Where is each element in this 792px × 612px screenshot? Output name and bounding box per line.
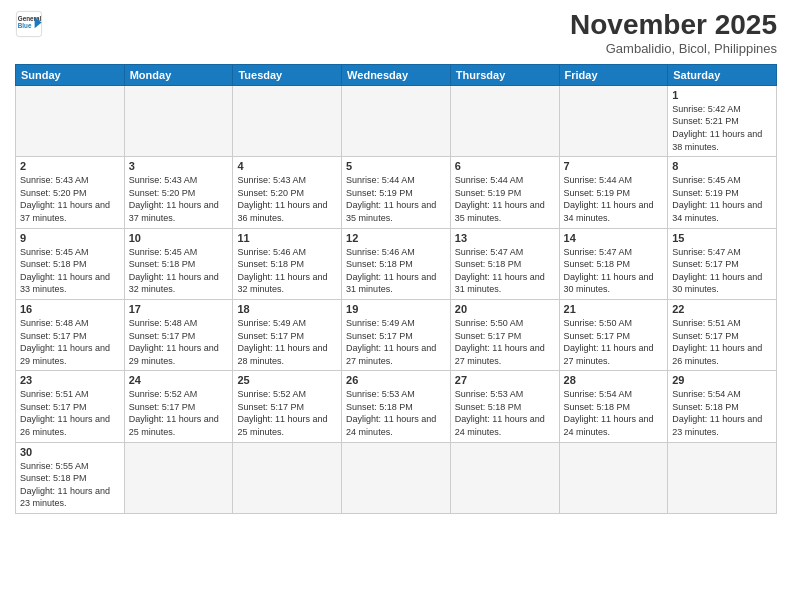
table-row: 11Sunrise: 5:46 AMSunset: 5:18 PMDayligh… [233,228,342,299]
daylight-text: Daylight: 11 hours and 29 minutes. [129,343,219,366]
table-row: 2Sunrise: 5:43 AMSunset: 5:20 PMDaylight… [16,157,125,228]
day-number: 19 [346,303,446,315]
sunset-text: Sunset: 5:17 PM [672,259,739,269]
daylight-text: Daylight: 11 hours and 26 minutes. [672,343,762,366]
table-row [233,442,342,513]
table-row: 19Sunrise: 5:49 AMSunset: 5:17 PMDayligh… [342,299,451,370]
sunset-text: Sunset: 5:18 PM [129,259,196,269]
daylight-text: Daylight: 11 hours and 34 minutes. [564,200,654,223]
table-row: 25Sunrise: 5:52 AMSunset: 5:17 PMDayligh… [233,371,342,442]
sunset-text: Sunset: 5:19 PM [346,188,413,198]
day-number: 4 [237,160,337,172]
sunset-text: Sunset: 5:18 PM [346,259,413,269]
sunset-text: Sunset: 5:18 PM [564,402,631,412]
day-info: Sunrise: 5:54 AMSunset: 5:18 PMDaylight:… [564,388,664,438]
daylight-text: Daylight: 11 hours and 29 minutes. [20,343,110,366]
daylight-text: Daylight: 11 hours and 23 minutes. [20,486,110,509]
day-number: 13 [455,232,555,244]
sunrise-text: Sunrise: 5:50 AM [564,318,633,328]
day-info: Sunrise: 5:45 AMSunset: 5:18 PMDaylight:… [129,246,229,296]
day-info: Sunrise: 5:43 AMSunset: 5:20 PMDaylight:… [20,174,120,224]
day-number: 29 [672,374,772,386]
table-row [559,442,668,513]
sunset-text: Sunset: 5:21 PM [672,116,739,126]
table-row: 24Sunrise: 5:52 AMSunset: 5:17 PMDayligh… [124,371,233,442]
sunset-text: Sunset: 5:17 PM [20,331,87,341]
calendar-week-row: 1Sunrise: 5:42 AMSunset: 5:21 PMDaylight… [16,85,777,156]
daylight-text: Daylight: 11 hours and 35 minutes. [455,200,545,223]
table-row: 4Sunrise: 5:43 AMSunset: 5:20 PMDaylight… [233,157,342,228]
table-row: 9Sunrise: 5:45 AMSunset: 5:18 PMDaylight… [16,228,125,299]
header: General Blue November 2025 Gambalidio, B… [15,10,777,56]
day-number: 23 [20,374,120,386]
daylight-text: Daylight: 11 hours and 31 minutes. [455,272,545,295]
table-row: 10Sunrise: 5:45 AMSunset: 5:18 PMDayligh… [124,228,233,299]
day-info: Sunrise: 5:55 AMSunset: 5:18 PMDaylight:… [20,460,120,510]
header-sunday: Sunday [16,64,125,85]
table-row: 1Sunrise: 5:42 AMSunset: 5:21 PMDaylight… [668,85,777,156]
calendar-week-row: 16Sunrise: 5:48 AMSunset: 5:17 PMDayligh… [16,299,777,370]
sunrise-text: Sunrise: 5:49 AM [237,318,306,328]
table-row: 16Sunrise: 5:48 AMSunset: 5:17 PMDayligh… [16,299,125,370]
day-number: 22 [672,303,772,315]
daylight-text: Daylight: 11 hours and 24 minutes. [564,414,654,437]
day-number: 26 [346,374,446,386]
sunrise-text: Sunrise: 5:44 AM [455,175,524,185]
sunrise-text: Sunrise: 5:43 AM [237,175,306,185]
header-thursday: Thursday [450,64,559,85]
day-number: 30 [20,446,120,458]
sunrise-text: Sunrise: 5:48 AM [20,318,89,328]
calendar-week-row: 9Sunrise: 5:45 AMSunset: 5:18 PMDaylight… [16,228,777,299]
sunrise-text: Sunrise: 5:51 AM [672,318,741,328]
daylight-text: Daylight: 11 hours and 37 minutes. [20,200,110,223]
header-saturday: Saturday [668,64,777,85]
sunset-text: Sunset: 5:17 PM [129,402,196,412]
calendar-week-row: 30Sunrise: 5:55 AMSunset: 5:18 PMDayligh… [16,442,777,513]
day-info: Sunrise: 5:53 AMSunset: 5:18 PMDaylight:… [346,388,446,438]
day-number: 1 [672,89,772,101]
sunrise-text: Sunrise: 5:46 AM [237,247,306,257]
sunset-text: Sunset: 5:20 PM [129,188,196,198]
sunset-text: Sunset: 5:18 PM [237,259,304,269]
svg-text:Blue: Blue [18,22,32,29]
table-row: 26Sunrise: 5:53 AMSunset: 5:18 PMDayligh… [342,371,451,442]
daylight-text: Daylight: 11 hours and 23 minutes. [672,414,762,437]
day-info: Sunrise: 5:49 AMSunset: 5:17 PMDaylight:… [346,317,446,367]
day-info: Sunrise: 5:46 AMSunset: 5:18 PMDaylight:… [237,246,337,296]
daylight-text: Daylight: 11 hours and 34 minutes. [672,200,762,223]
table-row [124,442,233,513]
daylight-text: Daylight: 11 hours and 30 minutes. [564,272,654,295]
header-friday: Friday [559,64,668,85]
sunset-text: Sunset: 5:18 PM [672,402,739,412]
sunrise-text: Sunrise: 5:54 AM [564,389,633,399]
calendar-week-row: 2Sunrise: 5:43 AMSunset: 5:20 PMDaylight… [16,157,777,228]
sunrise-text: Sunrise: 5:44 AM [564,175,633,185]
day-number: 9 [20,232,120,244]
day-info: Sunrise: 5:43 AMSunset: 5:20 PMDaylight:… [129,174,229,224]
sunrise-text: Sunrise: 5:47 AM [564,247,633,257]
sunset-text: Sunset: 5:18 PM [20,259,87,269]
table-row: 7Sunrise: 5:44 AMSunset: 5:19 PMDaylight… [559,157,668,228]
subtitle: Gambalidio, Bicol, Philippines [570,41,777,56]
table-row [450,442,559,513]
sunset-text: Sunset: 5:18 PM [564,259,631,269]
sunrise-text: Sunrise: 5:54 AM [672,389,741,399]
day-number: 27 [455,374,555,386]
sunrise-text: Sunrise: 5:42 AM [672,104,741,114]
sunset-text: Sunset: 5:19 PM [455,188,522,198]
sunrise-text: Sunrise: 5:44 AM [346,175,415,185]
day-info: Sunrise: 5:51 AMSunset: 5:17 PMDaylight:… [672,317,772,367]
day-info: Sunrise: 5:52 AMSunset: 5:17 PMDaylight:… [129,388,229,438]
sunset-text: Sunset: 5:17 PM [129,331,196,341]
sunset-text: Sunset: 5:18 PM [455,259,522,269]
daylight-text: Daylight: 11 hours and 30 minutes. [672,272,762,295]
sunset-text: Sunset: 5:18 PM [455,402,522,412]
daylight-text: Daylight: 11 hours and 32 minutes. [237,272,327,295]
sunset-text: Sunset: 5:17 PM [672,331,739,341]
day-info: Sunrise: 5:53 AMSunset: 5:18 PMDaylight:… [455,388,555,438]
day-number: 8 [672,160,772,172]
daylight-text: Daylight: 11 hours and 37 minutes. [129,200,219,223]
daylight-text: Daylight: 11 hours and 24 minutes. [455,414,545,437]
day-info: Sunrise: 5:45 AMSunset: 5:18 PMDaylight:… [20,246,120,296]
day-info: Sunrise: 5:42 AMSunset: 5:21 PMDaylight:… [672,103,772,153]
